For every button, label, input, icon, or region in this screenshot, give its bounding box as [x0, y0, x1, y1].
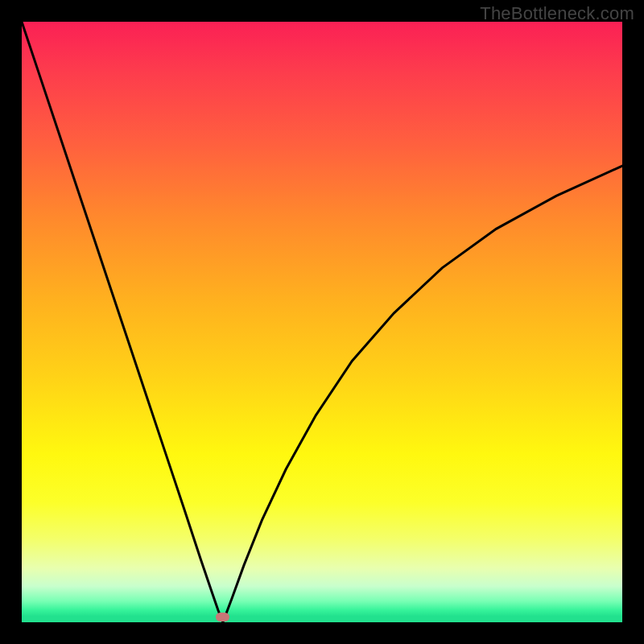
bottleneck-curve — [22, 22, 622, 622]
optimal-point-marker — [216, 613, 229, 621]
chart-frame — [22, 22, 622, 622]
curve-path — [22, 22, 622, 622]
